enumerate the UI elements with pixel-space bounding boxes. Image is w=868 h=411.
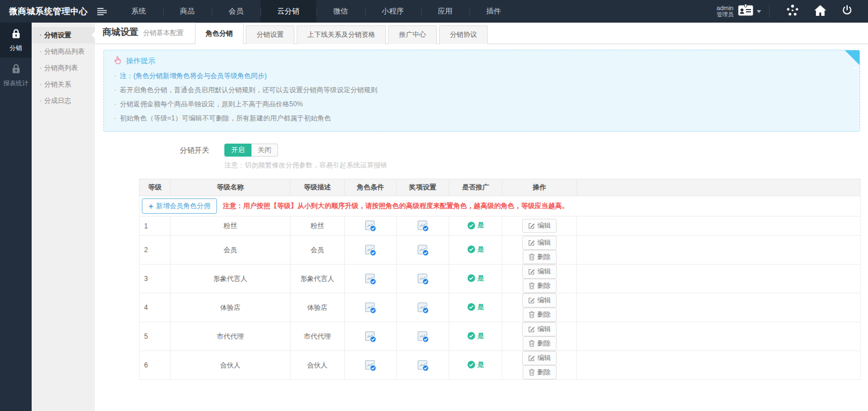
power-icon xyxy=(841,5,853,18)
page-title: 商城设置 xyxy=(102,27,138,38)
cell-award xyxy=(397,293,449,322)
role-table-wrap: 等级等级名称等级描述角色条件奖项设置是否推广操作 +新增会员角色分佣 注意：用户… xyxy=(139,179,860,380)
cell-filler xyxy=(577,265,861,293)
cell-condition xyxy=(345,351,397,380)
tab-分销协议[interactable]: 分销协议 xyxy=(439,25,488,44)
cell-level: 6 xyxy=(140,351,171,380)
switch-label: 分销开关 xyxy=(103,145,209,155)
tab-推广中心[interactable]: 推广中心 xyxy=(388,25,437,44)
cell-promote: 是 xyxy=(449,351,502,380)
cell-operations: 编辑删除 xyxy=(502,236,577,265)
tips-collapse-button[interactable] xyxy=(845,50,860,65)
submenu-item-分销商品列表[interactable]: 分销商品列表 xyxy=(32,44,95,60)
edit-icon xyxy=(528,222,535,230)
delete-button[interactable]: 删除 xyxy=(523,365,557,379)
submenu-item-分成日志[interactable]: 分成日志 xyxy=(32,93,95,109)
id-card-icon xyxy=(738,4,753,19)
nav-list-icon[interactable] xyxy=(96,0,115,23)
doc-check-icon[interactable] xyxy=(416,244,429,257)
switch-on-button[interactable]: 开启 xyxy=(224,144,251,157)
delete-button[interactable]: 删除 xyxy=(523,336,557,351)
table-row: 2会员会员是编辑删除 xyxy=(140,236,861,265)
home-button[interactable] xyxy=(806,0,834,23)
user-role: 管理员 xyxy=(717,11,734,18)
submenu-item-分销设置[interactable]: 分销设置 xyxy=(32,27,95,44)
column-header-等级描述: 等级描述 xyxy=(290,179,345,196)
nav-item-商品[interactable]: 商品 xyxy=(163,0,212,23)
table-row: 3形象代言人形象代言人是编辑删除 xyxy=(140,265,861,293)
tab-角色分销[interactable]: 角色分销 xyxy=(195,23,244,44)
check-circle-icon xyxy=(467,245,475,253)
column-header-奖项设置: 奖项设置 xyxy=(397,179,449,196)
doc-check-icon[interactable] xyxy=(364,330,377,343)
check-circle-icon xyxy=(467,303,475,311)
column-header-等级: 等级 xyxy=(140,179,171,196)
shortcuts-button[interactable] xyxy=(779,0,806,23)
table-row: 1粉丝粉丝是编辑 xyxy=(140,217,861,236)
top-navbar: 微商城系统管理中心 系统商品会员云分销微信小程序应用插件 admin 管理员 xyxy=(0,0,868,23)
tips-item-1: 注：(角色分销新增角色将会与会员等级角色同步) xyxy=(113,69,850,83)
tab-分销设置[interactable]: 分销设置 xyxy=(246,25,294,44)
doc-check-icon[interactable] xyxy=(416,272,429,285)
delete-button[interactable]: 删除 xyxy=(523,250,557,264)
module-item-分销[interactable]: 分销 xyxy=(0,23,32,58)
nav-item-应用[interactable]: 应用 xyxy=(421,0,470,23)
column-header-filler xyxy=(577,179,861,196)
edit-button[interactable]: 编辑 xyxy=(522,219,557,233)
doc-check-icon[interactable] xyxy=(364,301,377,314)
nav-item-小程序[interactable]: 小程序 xyxy=(365,0,421,23)
cell-level: 3 xyxy=(140,265,171,293)
doc-check-icon[interactable] xyxy=(364,272,377,285)
submenu-item-分销商列表[interactable]: 分销商列表 xyxy=(32,60,95,76)
trash-icon xyxy=(528,282,535,289)
cell-desc: 市代代理 xyxy=(290,322,345,351)
cell-condition xyxy=(345,293,397,322)
table-row: 4体验店体验店是编辑删除 xyxy=(140,293,861,322)
delete-button[interactable]: 删除 xyxy=(523,308,557,322)
tips-item-2: 若开启角色分销，普通会员启用默认分销规则，还可以去设置分销商等级设定分销规则 xyxy=(113,83,850,97)
nav-item-微信[interactable]: 微信 xyxy=(316,0,365,23)
doc-check-icon[interactable] xyxy=(364,359,377,372)
user-name: admin xyxy=(717,5,734,11)
tips-list: 注：(角色分销新增角色将会与会员等级角色同步)若开启角色分销，普通会员启用默认分… xyxy=(113,69,850,126)
switch-warning-note: 注意：切勿频繁修改分佣参数，容易引起系统运算报错 xyxy=(224,161,860,170)
nav-item-云分销[interactable]: 云分销 xyxy=(261,0,316,23)
doc-check-icon[interactable] xyxy=(416,301,429,314)
nav-divider xyxy=(769,5,770,18)
table-row: 5市代代理市代代理是编辑删除 xyxy=(140,322,861,351)
cell-name: 粉丝 xyxy=(171,217,290,236)
doc-check-icon[interactable] xyxy=(364,219,377,232)
table-notice-row: +新增会员角色分佣 注意：用户按照【等级】从小到大的顺序升级，请按照角色的高级程… xyxy=(140,196,861,217)
logout-button[interactable] xyxy=(834,0,860,23)
edit-button[interactable]: 编辑 xyxy=(522,322,557,336)
delete-button[interactable]: 删除 xyxy=(523,279,557,293)
doc-check-icon[interactable] xyxy=(364,244,377,257)
edit-button[interactable]: 编辑 xyxy=(522,265,557,279)
cell-desc: 会员 xyxy=(290,236,345,265)
cell-desc: 体验店 xyxy=(290,293,345,322)
tips-item-4: 初始角色（等级=1）可编辑不可删除，所有新建的用户都属于初始角色 xyxy=(113,111,850,126)
doc-check-icon[interactable] xyxy=(416,219,429,232)
switch-off-button[interactable]: 关闭 xyxy=(251,144,278,157)
edit-button[interactable]: 编辑 xyxy=(522,293,557,308)
module-item-报表统计[interactable]: 报表统计 xyxy=(0,58,32,93)
nav-item-系统[interactable]: 系统 xyxy=(115,0,163,23)
cell-name: 市代代理 xyxy=(171,322,290,351)
profile-card-button[interactable] xyxy=(738,4,761,19)
submenu-item-分销关系[interactable]: 分销关系 xyxy=(32,76,95,93)
cell-operations: 编辑删除 xyxy=(502,351,577,380)
column-header-等级名称: 等级名称 xyxy=(171,179,290,196)
tab-上下线关系及分销资格[interactable]: 上下线关系及分销资格 xyxy=(297,25,386,44)
edit-button[interactable]: 编辑 xyxy=(522,236,557,250)
cell-award xyxy=(397,322,449,351)
cell-condition xyxy=(345,322,397,351)
cell-condition xyxy=(345,236,397,265)
doc-check-icon[interactable] xyxy=(416,330,429,343)
nav-item-插件[interactable]: 插件 xyxy=(470,0,518,23)
nav-item-会员[interactable]: 会员 xyxy=(212,0,261,23)
edit-button[interactable]: 编辑 xyxy=(522,351,557,365)
lock-icon xyxy=(10,63,22,77)
edit-icon xyxy=(528,239,535,246)
add-role-button[interactable]: +新增会员角色分佣 xyxy=(142,198,217,214)
doc-check-icon[interactable] xyxy=(416,359,429,372)
